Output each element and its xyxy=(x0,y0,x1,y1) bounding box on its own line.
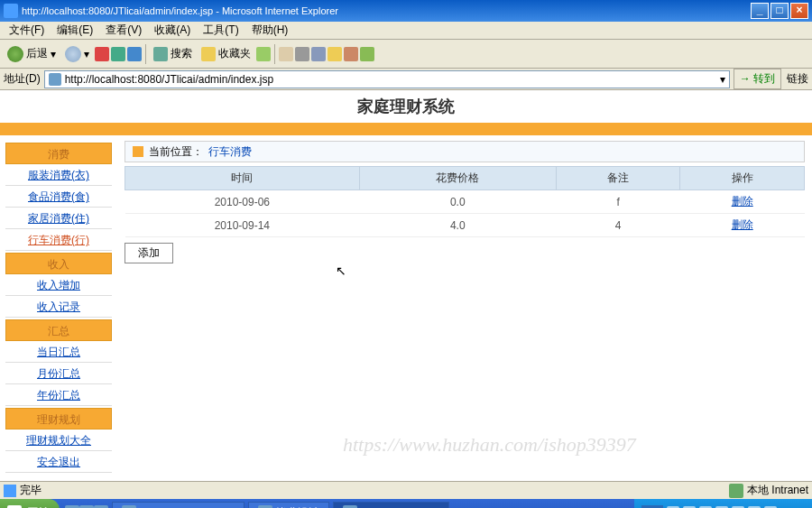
back-button[interactable]: 后退▾ xyxy=(4,43,60,65)
page-icon xyxy=(49,73,61,86)
stop-icon[interactable] xyxy=(95,47,109,61)
star-icon xyxy=(201,47,216,61)
main-panel: 当前位置： 行车消费 时间花费价格备注操作 2010-09-060.0f删除20… xyxy=(117,135,812,481)
sidebar-item-label: 月份汇总 xyxy=(37,367,80,380)
sidebar-item-label: 行车消费(行) xyxy=(28,234,89,246)
menu-tools[interactable]: 工具(T) xyxy=(198,21,244,40)
sidebar-item-label: 家居消费(住) xyxy=(28,212,89,225)
sidebar-item-label: 食品消费(食) xyxy=(28,190,89,203)
addressbar: 地址(D) http://localhost:8080/JTlicai/admi… xyxy=(0,69,812,90)
menu-favorites[interactable]: 收藏(A) xyxy=(149,21,196,40)
start-button[interactable]: 开始 xyxy=(0,499,60,508)
folder-icon[interactable] xyxy=(328,47,342,61)
statusbar: 完毕 本地 Intranet xyxy=(0,481,812,499)
table-header: 备注 xyxy=(556,167,680,190)
separator xyxy=(274,44,275,64)
sidebar-item-label: 服装消费(衣) xyxy=(28,169,89,181)
taskbar-item[interactable]: 毕业设计 xyxy=(248,502,329,508)
sidebar-item[interactable]: 食品消费(食) xyxy=(5,186,112,208)
menu-file[interactable]: 文件(F) xyxy=(4,21,50,40)
sidebar-item-label: 收入增加 xyxy=(37,279,80,291)
print-icon[interactable] xyxy=(295,47,309,61)
refresh-icon[interactable] xyxy=(111,47,125,61)
sidebar-item-label: 年份汇总 xyxy=(37,389,80,402)
go-button[interactable]: → 转到 xyxy=(734,69,781,89)
sidebar-item[interactable]: 安全退出 xyxy=(5,451,112,473)
table-header: 花费价格 xyxy=(359,167,556,190)
menu-view[interactable]: 查看(V) xyxy=(100,21,147,40)
menubar: 文件(F) 编辑(E) 查看(V) 收藏(A) 工具(T) 帮助(H) xyxy=(0,22,812,40)
add-button[interactable]: 添加 xyxy=(125,243,173,263)
forward-icon xyxy=(65,46,81,62)
history-icon[interactable] xyxy=(256,47,271,61)
table-cell: 2010-09-06 xyxy=(125,190,360,214)
sidebar-item-label: 收入记录 xyxy=(37,300,80,313)
breadcrumb-label: 当前位置： xyxy=(149,144,203,160)
chevron-down-icon[interactable]: ▾ xyxy=(720,73,725,86)
breadcrumb: 当前位置： 行车消费 xyxy=(125,141,805,162)
header-divider xyxy=(0,123,812,135)
sidebar-item[interactable]: 理财规划大全 xyxy=(5,429,112,451)
close-button[interactable]: × xyxy=(790,3,808,19)
taskbar: 开始 MyEclipse Java E...毕业设计http://localho… xyxy=(0,499,812,508)
table-cell-action: 删除 xyxy=(680,214,805,237)
sidebar-item[interactable]: 年份汇总 xyxy=(5,384,112,406)
table-header: 操作 xyxy=(680,167,805,190)
chevron-down-icon: ▾ xyxy=(84,48,89,60)
table-cell: 4.0 xyxy=(359,214,556,237)
table-cell: 0.0 xyxy=(359,190,556,214)
chevron-down-icon: ▾ xyxy=(51,48,56,60)
watermark: https://www.huzhan.com/ishop39397 xyxy=(343,433,636,457)
url-text: http://localhost:8080/JTlicai/admin/inde… xyxy=(65,73,273,86)
sidebar-section-header: 理财规划 xyxy=(5,408,112,429)
tool-icon-2[interactable] xyxy=(360,47,374,61)
forward-button[interactable]: ▾ xyxy=(61,43,93,65)
sidebar-item-label: 当日汇总 xyxy=(37,346,80,358)
toolbar: 后退▾ ▾ 搜索 收藏夹 xyxy=(0,40,812,69)
back-icon xyxy=(7,46,23,62)
page-content: 家庭理财系统 消费服装消费(衣)食品消费(食)家居消费(住)行车消费(行)收入收… xyxy=(0,90,812,481)
mail-icon[interactable] xyxy=(279,47,293,61)
delete-link[interactable]: 删除 xyxy=(732,218,753,231)
menu-edit[interactable]: 编辑(E) xyxy=(51,21,98,40)
home-icon[interactable] xyxy=(127,47,142,61)
table-cell: f xyxy=(556,190,680,214)
sidebar-item[interactable]: 当日汇总 xyxy=(5,341,112,363)
delete-link[interactable]: 删除 xyxy=(732,195,753,208)
breadcrumb-value: 行车消费 xyxy=(208,144,252,160)
table-row: 2010-09-144.04删除 xyxy=(125,214,805,237)
sidebar-item[interactable]: 服装消费(衣) xyxy=(5,164,112,186)
sidebar-item[interactable]: 家居消费(住) xyxy=(5,208,112,229)
page-title: 家庭理财系统 xyxy=(0,90,812,123)
sidebar-item[interactable]: 收入记录 xyxy=(5,296,112,318)
menu-help[interactable]: 帮助(H) xyxy=(246,21,294,40)
status-text: 完毕 xyxy=(20,483,42,498)
sidebar-item[interactable]: 行车消费(行) xyxy=(5,229,112,251)
sidebar-item[interactable]: 月份汇总 xyxy=(5,363,112,384)
url-input[interactable]: http://localhost:8080/JTlicai/admin/inde… xyxy=(44,70,730,88)
sidebar-section-header: 消费 xyxy=(5,143,112,164)
favorites-button[interactable]: 收藏夹 xyxy=(198,43,254,65)
sidebar: 消费服装消费(衣)食品消费(食)家居消费(住)行车消费(行)收入收入增加收入记录… xyxy=(0,135,117,481)
minimize-button[interactable]: _ xyxy=(751,3,769,19)
table-cell: 2010-09-14 xyxy=(125,214,360,237)
table-cell-action: 删除 xyxy=(680,190,805,214)
sidebar-item-label: 安全退出 xyxy=(37,456,80,468)
sidebar-item[interactable]: 收入增加 xyxy=(5,274,112,296)
ie-icon xyxy=(4,4,18,18)
taskbar-item[interactable]: http://localhost... xyxy=(333,502,449,508)
separator xyxy=(145,44,146,64)
breadcrumb-icon xyxy=(133,146,143,157)
taskbar-item[interactable]: MyEclipse Java E... xyxy=(112,502,245,508)
edit-icon[interactable] xyxy=(311,47,326,61)
tool-icon[interactable] xyxy=(344,47,358,61)
maximize-button[interactable]: □ xyxy=(770,3,789,19)
address-label: 地址(D) xyxy=(4,71,41,87)
zone-text: 本地 Intranet xyxy=(747,483,808,498)
links-label[interactable]: 链接 xyxy=(787,71,808,87)
data-table: 时间花费价格备注操作 2010-09-060.0f删除2010-09-144.0… xyxy=(125,166,805,237)
table-cell: 4 xyxy=(556,214,680,237)
sidebar-item-label: 理财规划大全 xyxy=(26,434,91,447)
search-button[interactable]: 搜索 xyxy=(150,43,196,65)
sidebar-section-header: 收入 xyxy=(5,253,112,274)
